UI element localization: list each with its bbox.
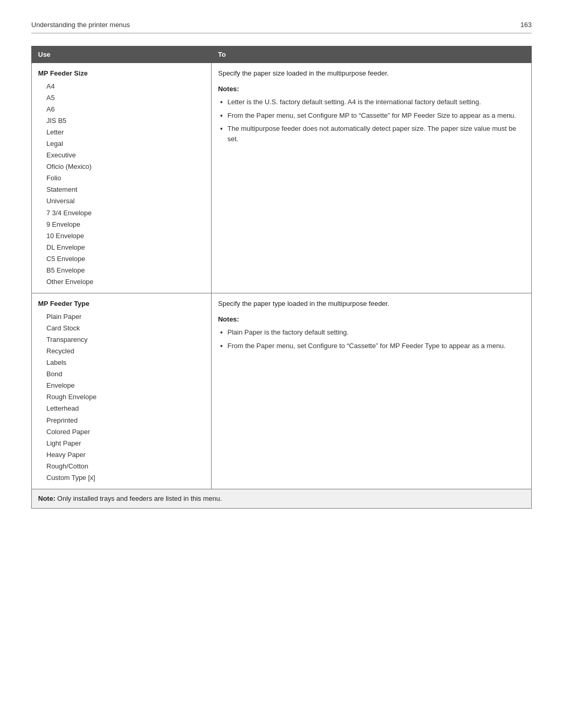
list-item: 10 Envelope	[46, 230, 205, 242]
list-item: Light Paper	[46, 438, 205, 449]
list-item: Labels	[46, 357, 205, 368]
list-item: Plain Paper	[46, 311, 205, 323]
to-description-mp-feeder-type: Specify the paper type loaded in the mul…	[218, 299, 525, 309]
list-item: Letter	[46, 127, 205, 138]
list-item: Preprinted	[46, 415, 205, 426]
col-use-header: Use	[32, 46, 212, 63]
use-cell-mp-feeder-type: MP Feeder TypePlain PaperCard StockTrans…	[32, 293, 212, 489]
list-item: B5 Envelope	[46, 265, 205, 276]
list-item: Colored Paper	[46, 426, 205, 438]
list-item: Letterhead	[46, 403, 205, 414]
use-list-mp-feeder-size: A4A5A6JIS B5LetterLegalExecutiveOficio (…	[38, 81, 205, 288]
footer-row: Note: Only installed trays and feeders a…	[32, 489, 532, 509]
to-description-mp-feeder-size: Specify the paper size loaded in the mul…	[218, 68, 525, 79]
list-item: Rough/Cotton	[46, 461, 205, 472]
list-item: 7 3/4 Envelope	[46, 207, 205, 219]
notes-list-mp-feeder-type: Plain Paper is the factory default setti…	[218, 327, 525, 351]
list-item: Recycled	[46, 346, 205, 357]
list-item: JIS B5	[46, 115, 205, 127]
list-item: A6	[46, 104, 205, 115]
to-cell-mp-feeder-size: Specify the paper size loaded in the mul…	[212, 63, 532, 293]
list-item: Heavy Paper	[46, 449, 205, 461]
note-item: Letter is the U.S. factory default setti…	[218, 97, 525, 107]
list-item: Transparency	[46, 334, 205, 346]
table-header-row: Use To	[32, 46, 532, 63]
col-to-header: To	[212, 46, 532, 63]
table-row-mp-feeder-type: MP Feeder TypePlain PaperCard StockTrans…	[32, 293, 532, 489]
list-item: A4	[46, 81, 205, 92]
list-item: Folio	[46, 172, 205, 184]
use-list-mp-feeder-type: Plain PaperCard StockTransparencyRecycle…	[38, 311, 205, 484]
notes-label-mp-feeder-type: Notes:	[218, 314, 525, 325]
notes-list-mp-feeder-size: Letter is the U.S. factory default setti…	[218, 97, 525, 144]
to-cell-mp-feeder-type: Specify the paper type loaded in the mul…	[212, 293, 532, 489]
page-number: 163	[520, 21, 532, 29]
note-item: Plain Paper is the factory default setti…	[218, 327, 525, 338]
list-item: Executive	[46, 150, 205, 161]
list-item: Oficio (Mexico)	[46, 161, 205, 172]
list-item: Custom Type [x]	[46, 472, 205, 484]
list-item: Statement	[46, 184, 205, 195]
list-item: DL Envelope	[46, 242, 205, 253]
table-row-mp-feeder-size: MP Feeder SizeA4A5A6JIS B5LetterLegalExe…	[32, 63, 532, 293]
list-item: Bond	[46, 368, 205, 380]
footer-note-label: Note:	[38, 495, 55, 502]
use-label-mp-feeder-size: MP Feeder Size	[38, 68, 205, 79]
list-item: 9 Envelope	[46, 219, 205, 230]
note-item: From the Paper menu, set Configure to “C…	[218, 341, 525, 351]
list-item: A5	[46, 92, 205, 104]
list-item: Legal	[46, 138, 205, 150]
notes-label-mp-feeder-size: Notes:	[218, 84, 525, 94]
list-item: Envelope	[46, 380, 205, 391]
use-cell-mp-feeder-size: MP Feeder SizeA4A5A6JIS B5LetterLegalExe…	[32, 63, 212, 293]
list-item: Other Envelope	[46, 276, 205, 288]
main-table: Use To MP Feeder SizeA4A5A6JIS B5LetterL…	[31, 46, 532, 509]
list-item: C5 Envelope	[46, 253, 205, 265]
use-label-mp-feeder-type: MP Feeder Type	[38, 299, 205, 309]
list-item: Rough Envelope	[46, 391, 205, 403]
list-item: Universal	[46, 195, 205, 207]
list-item: Card Stock	[46, 323, 205, 334]
page-header: Understanding the printer menus 163	[31, 21, 532, 33]
footer-cell: Note: Only installed trays and feeders a…	[32, 489, 532, 509]
note-item: From the Paper menu, set Configure MP to…	[218, 110, 525, 121]
note-item: The multipurpose feeder does not automat…	[218, 124, 525, 144]
page-title: Understanding the printer menus	[31, 21, 130, 29]
